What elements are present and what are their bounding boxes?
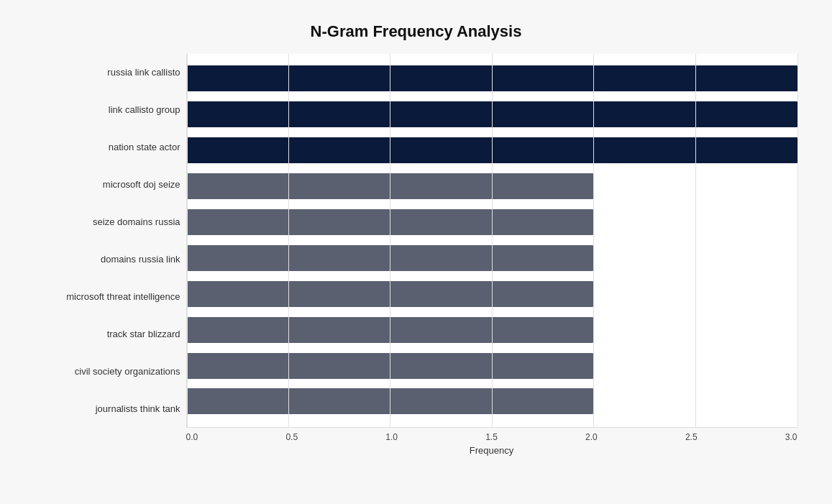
bar-row-2 <box>187 134 797 166</box>
y-label-6: microsoft threat intelligence <box>35 278 180 316</box>
y-label-5: domains russia link <box>35 241 180 278</box>
x-tick-3: 1.5 <box>485 432 498 442</box>
bar-row-3 <box>187 170 797 202</box>
y-label-1: link callisto group <box>35 91 180 129</box>
bar-5 <box>187 245 594 271</box>
y-axis-labels: russia link callistolink callisto groupn… <box>35 54 186 428</box>
bar-row-5 <box>187 242 797 274</box>
x-axis-label: Frequency <box>35 445 797 456</box>
y-label-2: nation state actor <box>35 129 180 166</box>
y-label-3: microsoft doj seize <box>35 166 180 203</box>
bar-7 <box>187 317 594 343</box>
bar-8 <box>187 353 594 379</box>
x-tick-6: 3.0 <box>785 432 797 442</box>
y-label-7: track star blizzard <box>35 316 180 353</box>
bar-row-0 <box>187 63 797 94</box>
bar-9 <box>187 388 594 414</box>
bar-0 <box>187 65 797 91</box>
x-tick-1: 0.5 <box>285 432 298 442</box>
x-tick-container: 0.00.51.01.52.02.53.0 <box>186 432 797 442</box>
bar-2 <box>187 137 797 163</box>
x-tick-0: 0.0 <box>186 432 198 442</box>
bar-row-7 <box>187 314 797 346</box>
chart-area: russia link callistolink callisto groupn… <box>35 54 797 428</box>
y-label-8: civil society organizations <box>35 353 180 390</box>
y-label-0: russia link callisto <box>35 54 180 91</box>
x-axis: 0.00.51.01.52.02.53.0 <box>35 432 797 442</box>
bar-row-6 <box>187 278 797 310</box>
bars-area <box>186 54 797 428</box>
chart-title: N-Gram Frequency Analysis <box>35 22 797 41</box>
chart-container: N-Gram Frequency Analysis russia link ca… <box>21 8 812 497</box>
y-label-9: journalists think tank <box>35 390 180 428</box>
bar-4 <box>187 209 594 235</box>
bar-6 <box>187 281 594 307</box>
x-tick-4: 2.0 <box>585 432 598 442</box>
x-tick-5: 2.5 <box>685 432 698 442</box>
bar-3 <box>187 173 594 199</box>
x-tick-2: 1.0 <box>385 432 398 442</box>
y-label-4: seize domains russia <box>35 203 180 241</box>
grid-line-6 <box>797 54 798 427</box>
chart-inner: russia link callistolink callisto groupn… <box>35 54 797 428</box>
bar-row-8 <box>187 350 797 382</box>
bar-row-9 <box>187 385 797 417</box>
bar-1 <box>187 101 797 127</box>
bar-row-1 <box>187 98 797 130</box>
bar-row-4 <box>187 206 797 238</box>
